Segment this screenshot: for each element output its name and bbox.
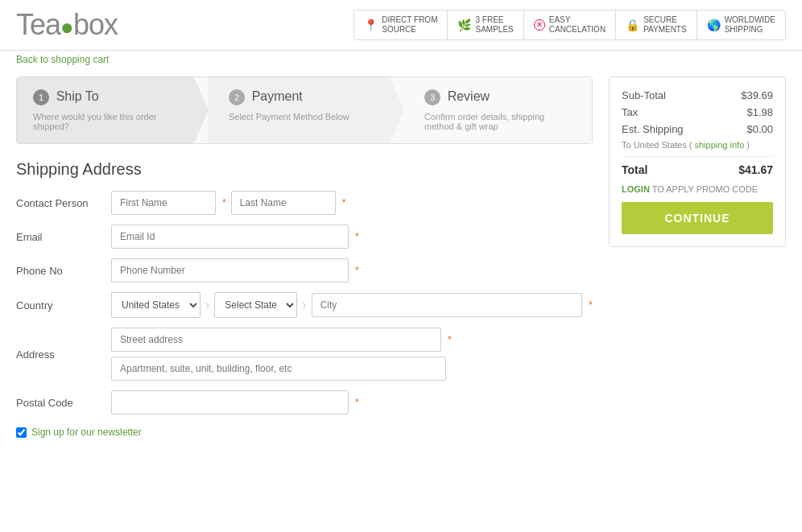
- badge-easy-cancelation: ✕ EASYCANCELATION: [524, 10, 616, 39]
- postal-row: Postal Code *: [16, 390, 593, 414]
- subtotal-label: Sub-Total: [622, 89, 666, 101]
- phone-label: Phone No: [16, 265, 105, 277]
- logo: Tea●box: [16, 8, 118, 42]
- country-required: *: [589, 299, 593, 311]
- login-link[interactable]: LOGIN: [622, 184, 650, 194]
- postal-required: *: [355, 397, 359, 408]
- step-2-number: 2: [229, 89, 245, 105]
- first-name-required: *: [222, 197, 226, 208]
- shipping-label: Est. Shipping: [622, 123, 684, 135]
- email-input[interactable]: [111, 225, 349, 249]
- promo-text: TO APPLY PROMO CODE: [650, 184, 758, 194]
- step-2-desc: Select Payment Method Below: [229, 112, 380, 122]
- email-label: Email: [16, 231, 105, 243]
- shipping-value: $0.00: [746, 123, 773, 135]
- country-label: Country: [16, 299, 105, 311]
- step-3-title: Review: [448, 89, 490, 103]
- main-content: 1 Ship To Where would you like this orde…: [0, 68, 802, 446]
- badge-free-samples: 🌿 3 FREESAMPLES: [448, 10, 523, 39]
- country-select[interactable]: United States: [111, 292, 200, 318]
- street-address-input[interactable]: [111, 328, 441, 352]
- summary-divider: [622, 156, 773, 157]
- shipping-row: Est. Shipping $0.00: [622, 123, 773, 135]
- apt-address-input[interactable]: [111, 357, 446, 381]
- badge-worldwide-shipping: 🌎 WORLDWIDESHIPPING: [697, 10, 785, 39]
- step-3-number: 3: [424, 89, 440, 105]
- subtotal-value: $39.69: [741, 89, 773, 101]
- step-payment: 2 Payment Select Payment Method Below: [209, 77, 404, 143]
- step-1-title: Ship To: [56, 89, 99, 103]
- subtotal-row: Sub-Total $39.69: [622, 89, 773, 101]
- last-name-input[interactable]: [231, 191, 336, 215]
- country-row: Country United States › Select State › *: [16, 292, 593, 318]
- checkout-steps: 1 Ship To Where would you like this orde…: [16, 76, 593, 144]
- cancel-icon: ✕: [534, 19, 545, 31]
- back-to-cart-link[interactable]: Back to shopping cart: [0, 51, 802, 68]
- shipping-note: To United States ( shipping info ): [622, 140, 773, 150]
- step-1-desc: Where would you like this order shipped?: [33, 112, 184, 131]
- top-bar: Tea●box 📍 DIRECT FROMSOURCE 🌿 3 FREESAMP…: [0, 0, 802, 51]
- first-name-input[interactable]: [111, 191, 216, 215]
- continue-button[interactable]: CONTINUE: [622, 202, 773, 234]
- logo-leaf-icon: ●: [60, 14, 73, 39]
- location-icon: 📍: [364, 19, 378, 32]
- postal-label: Postal Code: [16, 397, 105, 409]
- newsletter-checkbox[interactable]: [16, 427, 27, 438]
- lock-icon: 🔒: [626, 19, 639, 32]
- address-row: Address *: [16, 328, 593, 381]
- tax-value: $1.98: [746, 106, 773, 118]
- step-2-title: Payment: [252, 89, 303, 103]
- last-name-required: *: [342, 197, 346, 208]
- address-label: Address: [16, 348, 105, 361]
- promo-line: LOGIN TO APPLY PROMO CODE: [622, 184, 773, 194]
- total-label: Total: [622, 163, 647, 176]
- total-row: Total $41.67: [622, 163, 773, 176]
- email-row: Email *: [16, 225, 593, 249]
- arrow-separator: ›: [205, 298, 209, 312]
- trust-badges: 📍 DIRECT FROMSOURCE 🌿 3 FREESAMPLES ✕ EA…: [353, 10, 786, 40]
- contact-person-row: Contact Person * *: [16, 191, 593, 215]
- tax-row: Tax $1.98: [622, 106, 773, 118]
- left-panel: 1 Ship To Where would you like this orde…: [16, 76, 593, 438]
- badge-secure-payments: 🔒 SECUREPAYMENTS: [616, 10, 697, 39]
- shipping-info-link[interactable]: shipping info: [695, 140, 745, 150]
- state-select[interactable]: Select State: [214, 292, 297, 318]
- step-ship-to: 1 Ship To Where would you like this orde…: [17, 77, 209, 143]
- section-title: Shipping Address: [16, 160, 593, 179]
- step-review: 3 Review Confirm order details, shipping…: [404, 77, 592, 143]
- badge-direct-from-source: 📍 DIRECT FROMSOURCE: [354, 10, 448, 39]
- order-summary-panel: Sub-Total $39.69 Tax $1.98 Est. Shipping…: [609, 76, 786, 247]
- step-3-desc: Confirm order details, shipping method &…: [424, 112, 576, 131]
- total-value: $41.67: [738, 163, 773, 176]
- contact-label: Contact Person: [16, 197, 105, 209]
- arrow-separator-2: ›: [302, 298, 306, 312]
- postal-code-input[interactable]: [111, 390, 349, 414]
- email-required: *: [355, 231, 359, 242]
- newsletter-row: Sign up for our newsletter: [16, 427, 593, 438]
- newsletter-label: Sign up for our newsletter: [31, 427, 142, 438]
- globe-icon: 🌎: [707, 19, 721, 32]
- step-1-number: 1: [33, 89, 49, 105]
- phone-required: *: [355, 265, 359, 276]
- city-input[interactable]: [312, 293, 583, 317]
- shipping-form-section: Shipping Address Contact Person * * Emai…: [16, 160, 593, 438]
- address-required: *: [448, 334, 452, 345]
- phone-row: Phone No *: [16, 258, 593, 282]
- phone-input[interactable]: [111, 258, 349, 282]
- tax-label: Tax: [622, 106, 638, 118]
- leaf-icon: 🌿: [457, 19, 471, 32]
